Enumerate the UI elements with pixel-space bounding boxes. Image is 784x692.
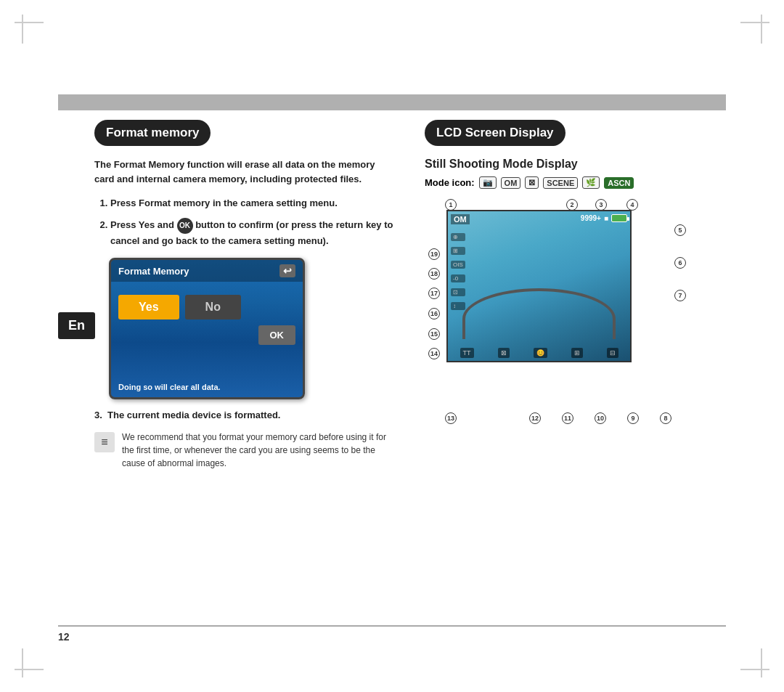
ok-inline-icon: OK [177, 218, 193, 234]
callout-10: 10 [595, 412, 606, 424]
steps-list: Press Format memory in the camera settin… [94, 196, 396, 248]
mode-icon-camera: 📷 [479, 176, 497, 189]
step-3: 3. The current media device is formatted… [94, 410, 396, 420]
note-icon: ≡ [94, 432, 115, 452]
corner-mark-br [740, 648, 769, 677]
right-column: LCD Screen Display Still Shooting Mode D… [425, 120, 726, 619]
callout-7: 7 [674, 290, 686, 301]
mode-icon-label: Mode icon: [425, 177, 475, 188]
mode-icon-scene: SCENE [543, 177, 578, 189]
mode-icon-om: OM [501, 177, 521, 189]
lcd-bottom-icon-2: ⊠ [498, 348, 510, 358]
battery-icon [611, 214, 627, 222]
corner-mark-tr [740, 15, 769, 44]
en-label: En [58, 312, 95, 339]
step-3-text: The current media device is formatted. [107, 410, 280, 420]
page-number: 12 [58, 631, 70, 643]
camera-back-button: ↩ [279, 264, 295, 277]
step-1: Press Format memory in the camera settin… [110, 196, 396, 211]
lcd-left-icon-4: -0 [451, 274, 465, 282]
lcd-left-icon-2: ⊞ [451, 247, 465, 255]
camera-dialog-footer: Doing so will clear all data. [118, 383, 221, 391]
lcd-resolution: ■ [604, 214, 608, 222]
step-2-text: Press Yes and OK button to confirm (or p… [110, 219, 393, 246]
corner-mark-tl [15, 15, 44, 44]
callout-13: 13 [445, 412, 457, 424]
lcd-screen-display-header: LCD Screen Display [425, 120, 565, 146]
bottom-bar [58, 625, 726, 627]
lcd-bottom-icon-3: 😊 [534, 348, 547, 358]
callout-2: 2 [566, 199, 578, 211]
ok-camera-button[interactable]: OK [258, 325, 296, 345]
lcd-viewfinder: OM 9999+ ■ ⊕ ⊞ OIS -0 ⊡ ↕ [446, 210, 632, 362]
callout-3: 3 [595, 199, 607, 211]
format-memory-header: Format memory [94, 120, 211, 146]
lcd-left-icons: ⊕ ⊞ OIS -0 ⊡ ↕ [451, 233, 465, 310]
lcd-mode-display: OM [451, 214, 470, 224]
mode-icon-square: ⊠ [525, 176, 539, 189]
step-2: Press Yes and OK button to confirm (or p… [110, 218, 396, 248]
camera-dialog-footer-text: Doing so will clear all data. [118, 383, 221, 391]
left-column: Format memory The Format Memory function… [94, 120, 396, 619]
callout-18: 18 [428, 268, 440, 280]
mode-icon-row: Mode icon: 📷 OM ⊠ SCENE 🌿 ASCN [425, 176, 726, 189]
callout-5: 5 [674, 224, 686, 236]
lcd-shot-count: 9999+ [581, 214, 601, 222]
lcd-diagram-wrapper: OM 9999+ ■ ⊕ ⊞ OIS -0 ⊡ ↕ [425, 199, 686, 424]
no-button[interactable]: No [185, 295, 241, 319]
camera-dialog-title: Format Memory [118, 266, 189, 277]
note-text: We recommend that you format your memory… [122, 431, 396, 470]
corner-mark-bl [15, 648, 44, 677]
callout-8: 8 [660, 412, 671, 424]
callout-19: 19 [428, 248, 440, 260]
yes-button[interactable]: Yes [118, 295, 179, 319]
mode-icon-leaf: 🌿 [582, 176, 600, 189]
step-1-text: Press Format memory in the camera settin… [110, 198, 338, 208]
top-bar [58, 94, 726, 110]
lcd-bottom-icon-4: ⊞ [571, 348, 583, 358]
callout-9: 9 [627, 412, 639, 424]
mode-icon-ascn: ASCN [604, 177, 634, 189]
lcd-left-icon-3: OIS [451, 261, 465, 269]
callout-12: 12 [529, 412, 541, 424]
lcd-left-icon-6: ↕ [451, 302, 465, 310]
callout-1: 1 [445, 199, 457, 211]
format-memory-body: The Format Memory function will erase al… [94, 158, 396, 186]
callout-15: 15 [428, 328, 440, 340]
main-content: Format memory The Format Memory function… [94, 120, 726, 619]
lcd-left-icon-5: ⊡ [451, 288, 465, 296]
note-box: ≡ We recommend that you format your memo… [94, 431, 396, 470]
lcd-top-right-info: 9999+ ■ [581, 214, 627, 222]
lcd-bridge-scene [462, 288, 616, 339]
still-shooting-title: Still Shooting Mode Display [425, 158, 726, 171]
callout-11: 11 [562, 412, 573, 424]
camera-dialog-screenshot: Format Memory ↩ Yes No OK Doing so will … [109, 258, 305, 399]
lcd-left-icon-1: ⊕ [451, 233, 465, 241]
callout-16: 16 [428, 308, 440, 319]
callout-17: 17 [428, 288, 440, 299]
camera-dialog-buttons: Yes No [111, 282, 303, 327]
lcd-bottom-icon-1: TT [460, 348, 474, 358]
callout-6: 6 [674, 257, 686, 269]
camera-dialog-header: Format Memory ↩ [111, 260, 303, 282]
callout-14: 14 [428, 348, 440, 359]
lcd-bottom-icon-5: ⊟ [607, 348, 618, 358]
callout-4: 4 [626, 199, 638, 211]
lcd-bottom-icons: TT ⊠ 😊 ⊞ ⊟ [448, 348, 630, 358]
